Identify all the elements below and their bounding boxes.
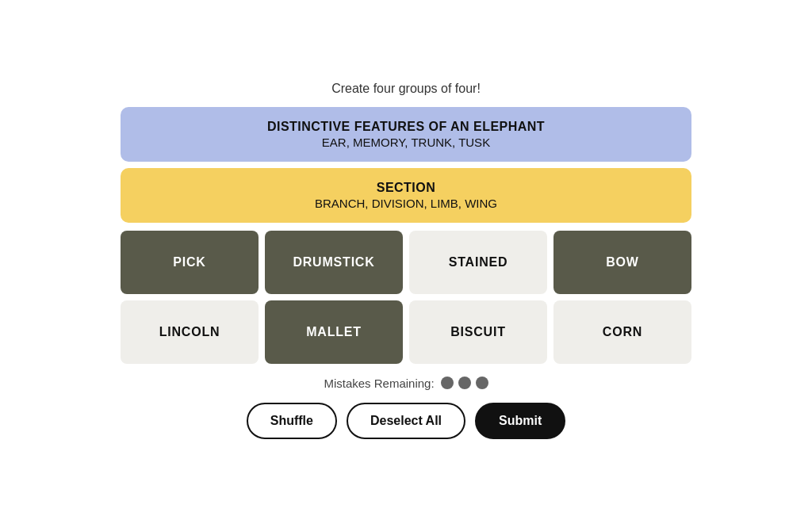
game-container: Create four groups of four! DISTINCTIVE … (121, 82, 691, 439)
tile-drumstick[interactable]: DRUMSTICK (265, 231, 403, 294)
solved-group-title-blue: DISTINCTIVE FEATURES OF AN ELEPHANT (136, 120, 676, 134)
deselect-button[interactable]: Deselect All (347, 403, 465, 439)
tile-pick[interactable]: PICK (121, 231, 259, 294)
shuffle-button[interactable]: Shuffle (247, 403, 337, 439)
tile-corn[interactable]: CORN (553, 300, 691, 364)
solved-group-title-yellow: SECTION (136, 181, 676, 195)
mistakes-label: Mistakes Remaining: (324, 377, 434, 390)
tile-grid: PICKDRUMSTICKSTAINEDBOWLINCOLNMALLETBISC… (121, 231, 691, 364)
tile-mallet[interactable]: MALLET (265, 300, 403, 364)
solved-group-yellow: SECTION BRANCH, DIVISION, LIMB, WING (121, 168, 691, 223)
mistake-dot-1 (441, 377, 454, 389)
submit-button[interactable]: Submit (475, 403, 565, 439)
solved-group-items-blue: EAR, MEMORY, TRUNK, TUSK (136, 136, 676, 149)
mistake-dot-2 (458, 377, 471, 389)
tile-biscuit[interactable]: BISCUIT (409, 300, 547, 364)
subtitle: Create four groups of four! (331, 82, 481, 96)
tile-stained[interactable]: STAINED (409, 231, 547, 294)
dot-row (441, 377, 488, 389)
solved-groups-container: DISTINCTIVE FEATURES OF AN ELEPHANT EAR,… (121, 107, 691, 223)
tile-lincoln[interactable]: LINCOLN (121, 300, 259, 364)
solved-group-items-yellow: BRANCH, DIVISION, LIMB, WING (136, 197, 676, 210)
mistake-dot-3 (476, 377, 488, 389)
tile-bow[interactable]: BOW (553, 231, 691, 294)
solved-group-blue: DISTINCTIVE FEATURES OF AN ELEPHANT EAR,… (121, 107, 691, 162)
buttons-row: Shuffle Deselect All Submit (247, 403, 566, 439)
mistakes-row: Mistakes Remaining: (324, 377, 488, 390)
